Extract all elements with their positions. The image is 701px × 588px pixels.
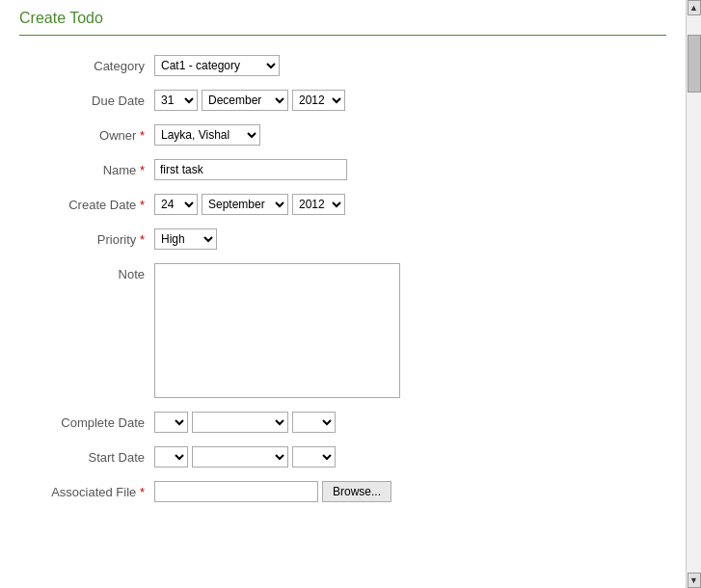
due-date-year-select[interactable]: 2012 2010201120132014 — [292, 90, 345, 111]
associated-file-label: Associated File * — [19, 485, 154, 499]
start-date-year-select[interactable]: 20102011201220132014 — [292, 446, 336, 468]
scrollbar-thumb[interactable] — [688, 35, 701, 93]
complete-date-year-select[interactable]: 20102011201220132014 — [292, 412, 336, 433]
category-label: Category — [19, 59, 154, 73]
start-date-day-select[interactable]: 123 — [154, 446, 188, 468]
create-date-row: Create Date * 24 123 September JanuaryFe… — [19, 194, 666, 215]
name-input[interactable] — [154, 159, 347, 180]
name-label: Name * — [19, 163, 154, 177]
associated-file-required: * — [140, 485, 145, 499]
name-required: * — [140, 163, 145, 177]
create-date-label: Create Date * — [19, 198, 154, 212]
priority-row: Priority * High Low Medium Critical — [19, 228, 666, 250]
owner-control: Layka, Vishal — [154, 124, 260, 146]
create-date-required: * — [140, 198, 145, 212]
note-control — [154, 263, 400, 398]
owner-required: * — [140, 128, 145, 143]
due-date-row: Due Date 31 12345 678910 December Januar… — [19, 90, 666, 111]
note-label: Note — [19, 263, 154, 281]
owner-row: Owner * Layka, Vishal — [19, 124, 666, 146]
due-date-month-select[interactable]: December JanuaryFebruaryMarch AprilMayJu… — [202, 90, 288, 111]
note-row: Note — [19, 263, 666, 398]
create-date-year-select[interactable]: 2012 2010201120132014 — [292, 194, 345, 215]
category-control: Cat1 - category Cat2 - category — [154, 55, 280, 76]
start-date-label: Start Date — [19, 450, 154, 465]
start-date-row: Start Date 123 JanuaryFebruaryMarch Apri… — [19, 446, 666, 468]
create-date-control: 24 123 September JanuaryFebruaryMarch Ap… — [154, 194, 345, 215]
complete-date-month-select[interactable]: JanuaryFebruaryMarch AprilMayJune JulyAu… — [192, 412, 288, 433]
category-row: Category Cat1 - category Cat2 - category — [19, 55, 666, 76]
owner-label: Owner * — [19, 128, 154, 143]
complete-date-label: Complete Date — [19, 415, 154, 430]
priority-required: * — [140, 232, 145, 247]
create-date-month-select[interactable]: September JanuaryFebruaryMarch AprilMayJ… — [202, 194, 288, 215]
associated-file-control: Browse... — [154, 481, 391, 502]
due-date-day-select[interactable]: 31 12345 678910 — [154, 90, 198, 111]
page-title: Create Todo — [19, 10, 666, 36]
due-date-control: 31 12345 678910 December JanuaryFebruary… — [154, 90, 345, 111]
browse-button[interactable]: Browse... — [322, 481, 391, 502]
complete-date-day-select[interactable]: 123 — [154, 412, 188, 433]
name-control — [154, 159, 347, 180]
due-date-label: Due Date — [19, 94, 154, 108]
scroll-up-arrow[interactable]: ▲ — [688, 0, 701, 15]
name-row: Name * — [19, 159, 666, 180]
complete-date-control: 123 JanuaryFebruaryMarch AprilMayJune Ju… — [154, 412, 336, 433]
create-date-day-select[interactable]: 24 123 — [154, 194, 198, 215]
start-date-month-select[interactable]: JanuaryFebruaryMarch AprilMayJune JulyAu… — [192, 446, 288, 468]
complete-date-row: Complete Date 123 JanuaryFebruaryMarch A… — [19, 412, 666, 433]
start-date-control: 123 JanuaryFebruaryMarch AprilMayJune Ju… — [154, 446, 336, 468]
priority-select[interactable]: High Low Medium Critical — [154, 228, 217, 250]
note-textarea[interactable] — [154, 263, 400, 398]
associated-file-input[interactable] — [154, 481, 318, 502]
priority-control: High Low Medium Critical — [154, 228, 217, 250]
main-content: Create Todo Category Cat1 - category Cat… — [0, 0, 686, 588]
category-select[interactable]: Cat1 - category Cat2 - category — [154, 55, 280, 76]
associated-file-row: Associated File * Browse... — [19, 481, 666, 502]
owner-select[interactable]: Layka, Vishal — [154, 124, 260, 146]
scroll-down-arrow[interactable]: ▼ — [688, 573, 701, 588]
priority-label: Priority * — [19, 232, 154, 247]
scrollbar: ▲ ▼ — [686, 0, 701, 588]
